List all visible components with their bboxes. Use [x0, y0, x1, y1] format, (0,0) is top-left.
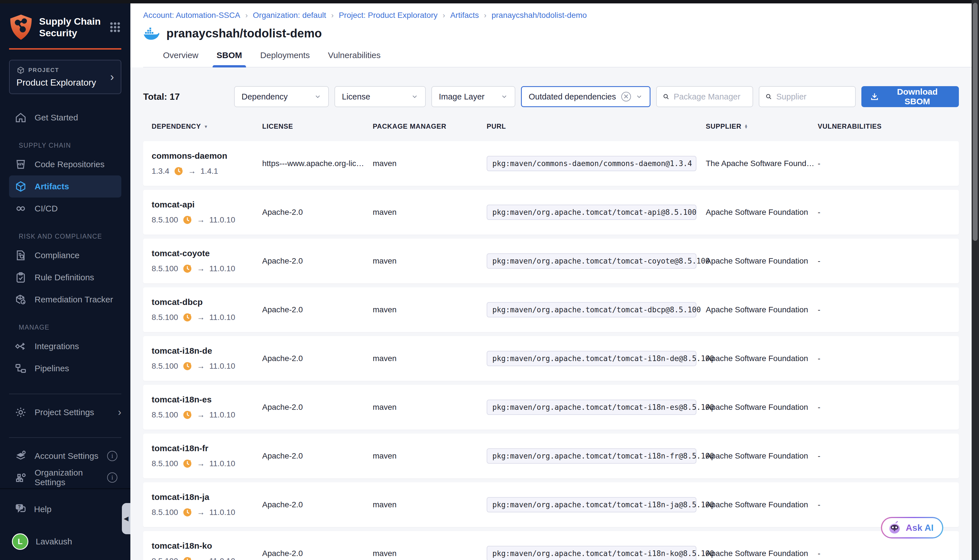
layers-gear-icon — [14, 450, 27, 463]
filter-dropdown-outdated[interactable]: Outdated dependencies ✕ — [521, 86, 650, 107]
breadcrumb-link[interactable]: Organization: default — [253, 11, 326, 20]
breadcrumb-link[interactable]: Project: Product Exploratory — [339, 11, 438, 20]
divider — [9, 393, 121, 394]
sidebar-item-artifacts[interactable]: Artifacts — [9, 175, 121, 198]
purl-chip[interactable]: pkg:maven/org.apache.tomcat/tomcat-i18n-… — [487, 497, 696, 512]
filter-dropdown-license[interactable]: License — [334, 86, 426, 107]
sidebar-item-integrations[interactable]: Integrations — [9, 335, 121, 357]
sidebar-item-remediation-tracker[interactable]: Remediation Tracker — [9, 288, 121, 311]
supplier-input[interactable] — [776, 92, 849, 102]
dependency-versions: 8.5.100→11.0.10 — [152, 215, 262, 225]
table-row[interactable]: tomcat-i18n-ja8.5.100→11.0.10Apache-2.0m… — [143, 482, 959, 527]
breadcrumb-link[interactable]: pranaycshah/todolist-demo — [492, 11, 587, 20]
purl-cell: pkg:maven/org.apache.tomcat/tomcat-i18n-… — [487, 351, 706, 366]
sidebar-item-get-started[interactable]: Get Started — [9, 107, 121, 129]
sidebar-item-project-settings[interactable]: Project Settings › — [9, 402, 121, 423]
vulnerabilities-cell: - — [818, 305, 959, 314]
tab-deployments[interactable]: Deployments — [260, 50, 310, 67]
supplier-cell: Apache Software Foundation — [706, 257, 818, 265]
sidebar-item-account-settings[interactable]: Account Settings i — [9, 445, 121, 467]
user-menu[interactable]: L Lavakush — [9, 532, 121, 552]
sidebar-item-code-repositories[interactable]: Code Repositories — [9, 153, 121, 175]
column-header-license: LICENSE — [262, 122, 373, 130]
package-manager-input[interactable] — [674, 92, 747, 102]
filter-dropdown-dependency[interactable]: Dependency — [234, 86, 329, 107]
column-header-vulnerabilities: VULNERABILITIES — [818, 122, 959, 130]
supplier-cell: Apache Software Foundation — [706, 305, 818, 314]
breadcrumb-link[interactable]: Artifacts — [450, 11, 479, 20]
current-version: 8.5.100 — [152, 362, 178, 371]
breadcrumb-link[interactable]: Account: Automation-SSCA — [143, 11, 240, 20]
info-icon[interactable]: i — [107, 472, 117, 483]
purl-chip[interactable]: pkg:maven/org.apache.tomcat/tomcat-coyot… — [487, 253, 696, 269]
info-icon[interactable]: i — [107, 451, 117, 461]
user-name: Lavakush — [36, 537, 72, 547]
sidebar-item-label: Get Started — [35, 113, 78, 122]
purl-chip[interactable]: pkg:maven/org.apache.tomcat/tomcat-api@8… — [487, 205, 696, 220]
table-row[interactable]: tomcat-i18n-de8.5.100→11.0.10Apache-2.0m… — [143, 336, 959, 381]
sidebar-collapse-handle[interactable]: ◀ — [122, 503, 130, 534]
sidebar-item-label: Code Repositories — [35, 160, 105, 169]
project-label: PROJECT — [28, 67, 59, 73]
search-icon — [765, 92, 772, 101]
sidebar-item-rule-definitions[interactable]: Rule Definitions — [9, 267, 121, 288]
sidebar-item-label: Organization Settings — [35, 468, 100, 487]
arrow-right-icon: → — [197, 264, 205, 273]
table-row[interactable]: tomcat-dbcp8.5.100→11.0.10Apache-2.0mave… — [143, 287, 959, 332]
purl-chip[interactable]: pkg:maven/org.apache.tomcat/tomcat-i18n-… — [487, 351, 696, 366]
supplier-cell: Apache Software Foundation — [706, 549, 818, 558]
sidebar-item-organization-settings[interactable]: Organization Settings i — [9, 467, 121, 488]
project-selector[interactable]: PROJECT Product Exploratory › — [9, 60, 121, 94]
sidebar-item-pipelines[interactable]: Pipelines — [9, 357, 121, 380]
filter-dropdown-image-layer[interactable]: Image Layer — [431, 86, 515, 107]
sidebar-item-compliance[interactable]: Compliance — [9, 244, 121, 267]
table-row[interactable]: tomcat-i18n-fr8.5.100→11.0.10Apache-2.0m… — [143, 433, 959, 478]
home-icon — [14, 111, 27, 124]
ai-robot-icon — [887, 520, 902, 535]
dependency-name: tomcat-i18n-de — [152, 346, 262, 356]
breadcrumb: Account: Automation-SSCA›Organization: d… — [143, 11, 972, 20]
package-manager-cell: maven — [373, 305, 487, 314]
window-top-strip — [0, 0, 979, 3]
dependency-versions: 8.5.100→11.0.10 — [152, 410, 262, 420]
arrow-right-icon: → — [197, 362, 205, 371]
outdated-clock-icon — [183, 459, 192, 468]
download-sbom-button[interactable]: Download SBOM — [861, 86, 959, 107]
table-row[interactable]: commons-daemon1.3.4→1.4.1https---www.apa… — [143, 141, 959, 186]
purl-chip[interactable]: pkg:maven/org.apache.tomcat/tomcat-i18n-… — [487, 448, 696, 463]
chevron-right-icon: › — [118, 407, 121, 418]
purl-chip[interactable]: pkg:maven/org.apache.tomcat/tomcat-i18n-… — [487, 546, 696, 560]
sidebar-bottom: ? Help L Lavakush — [0, 488, 130, 560]
app-switcher-icon[interactable] — [109, 21, 121, 33]
purl-cell: pkg:maven/commons-daemon/commons-daemon@… — [487, 156, 706, 171]
search-icon — [662, 92, 670, 101]
vulnerabilities-cell: - — [818, 159, 959, 168]
column-header-dependency[interactable]: DEPENDENCY▼ — [152, 122, 262, 130]
table-row[interactable]: tomcat-api8.5.100→11.0.10Apache-2.0maven… — [143, 190, 959, 235]
table-row[interactable]: tomcat-coyote8.5.100→11.0.10Apache-2.0ma… — [143, 238, 959, 283]
package-manager-cell: maven — [373, 549, 487, 558]
purl-chip[interactable]: pkg:maven/commons-daemon/commons-daemon@… — [487, 156, 696, 171]
sidebar-item-ci-cd[interactable]: CI/CD — [9, 198, 121, 220]
tab-overview[interactable]: Overview — [163, 50, 198, 67]
help-button[interactable]: ? Help — [9, 499, 121, 519]
tab-vulnerabilities[interactable]: Vulnerabilities — [328, 50, 381, 67]
breadcrumb-separator: › — [484, 11, 487, 20]
license-cell: Apache-2.0 — [262, 500, 373, 509]
table-row[interactable]: tomcat-i18n-ko8.5.100→11.0.10Apache-2.0m… — [143, 531, 959, 560]
tab-sbom[interactable]: SBOM — [217, 50, 242, 67]
package-manager-cell: maven — [373, 403, 487, 412]
purl-chip[interactable]: pkg:maven/org.apache.tomcat/tomcat-i18n-… — [487, 400, 696, 415]
infinity-icon — [14, 202, 27, 215]
clear-filter-icon[interactable]: ✕ — [621, 92, 631, 102]
purl-chip[interactable]: pkg:maven/org.apache.tomcat/tomcat-dbcp@… — [487, 302, 696, 317]
dependency-versions: 8.5.100→11.0.10 — [152, 264, 262, 273]
vulnerabilities-cell: - — [818, 403, 959, 412]
page-scrollbar[interactable] — [972, 0, 979, 560]
divider — [9, 437, 121, 438]
scrollbar-thumb[interactable] — [973, 3, 977, 241]
ask-ai-button[interactable]: Ask AI — [881, 517, 943, 538]
table-body: commons-daemon1.3.4→1.4.1https---www.apa… — [143, 141, 959, 560]
column-header-supplier[interactable]: SUPPLIER ▲▼ — [706, 122, 818, 130]
table-row[interactable]: tomcat-i18n-es8.5.100→11.0.10Apache-2.0m… — [143, 385, 959, 430]
